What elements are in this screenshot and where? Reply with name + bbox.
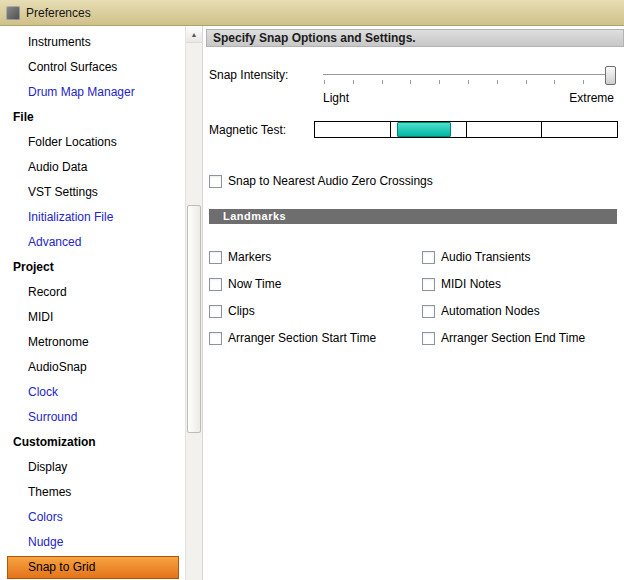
clips-checkbox[interactable] [209,305,222,318]
slider-labels: Light Extreme [323,91,614,105]
snap-to-grid-panel: Specify Snap Options and Settings. Snap … [203,26,624,580]
snap-intensity-label: Snap Intensity: [209,65,321,111]
slider-max-label: Extreme [569,91,614,105]
markers-checkbox[interactable] [209,251,222,264]
midi-notes-checkbox[interactable] [422,278,435,291]
magnetic-test-fill [397,122,451,137]
slider-thumb[interactable] [605,66,616,85]
zero-crossings-checkbox[interactable] [209,175,222,188]
arranger-section-start-time-checkbox[interactable] [209,332,222,345]
landmark-option-audio-transients[interactable]: Audio Transients [422,250,624,264]
checkbox-label: Markers [228,250,271,264]
sidebar-item-instruments[interactable]: Instruments [0,30,186,55]
title-bar: Preferences [0,0,624,26]
sidebar-item-surround[interactable]: Surround [0,405,186,430]
arranger-section-end-time-checkbox[interactable] [422,332,435,345]
sidebar-item-control-surfaces[interactable]: Control Surfaces [0,55,186,80]
landmarks-grid: MarkersAudio TransientsNow TimeMIDI Note… [209,250,624,345]
checkbox-label: Arranger Section End Time [441,331,585,345]
snap-intensity-slider[interactable]: Light Extreme [321,65,616,111]
slider-tick [583,80,584,84]
slider-track[interactable] [323,74,614,76]
magnetic-test-row: Magnetic Test: [209,121,624,138]
sidebar-item-vst-settings[interactable]: VST Settings [0,180,186,205]
slider-tick [353,80,354,84]
magnetic-test-segment-2 [391,122,467,137]
landmark-option-arranger-section-end-time[interactable]: Arranger Section End Time [422,331,624,345]
preferences-dialog: InstrumentsControl SurfacesDrum Map Mana… [0,26,624,580]
snap-intensity-row: Snap Intensity: Light Extreme [209,65,624,111]
sidebar-item-display[interactable]: Display [0,455,186,480]
landmark-option-arranger-section-start-time[interactable]: Arranger Section Start Time [209,331,422,345]
sidebar-item-nudge[interactable]: Nudge [0,530,186,555]
landmark-option-automation-nodes[interactable]: Automation Nodes [422,304,624,318]
checkbox-label: Arranger Section Start Time [228,331,376,345]
magnetic-test-segment-3 [467,122,543,137]
automation-nodes-checkbox[interactable] [422,305,435,318]
magnetic-test-segment-4 [542,122,617,137]
checkbox-label: Now Time [228,277,281,291]
landmark-option-midi-notes[interactable]: MIDI Notes [422,277,624,291]
landmark-option-now-time[interactable]: Now Time [209,277,422,291]
magnetic-test-label: Magnetic Test: [209,121,314,138]
magnetic-test-segment-1 [315,122,391,137]
panel-header: Specify Snap Options and Settings. [206,29,624,47]
sidebar-item-themes[interactable]: Themes [0,480,186,505]
sidebar-item-advanced[interactable]: Advanced [0,230,186,255]
sidebar-item-audio-data[interactable]: Audio Data [0,155,186,180]
magnetic-test-bar [314,121,618,138]
slider-min-label: Light [323,91,349,105]
slider-tick [410,80,411,84]
preferences-sidebar: InstrumentsControl SurfacesDrum Map Mana… [0,26,203,580]
sidebar-item-record[interactable]: Record [0,280,186,305]
sidebar-item-clock[interactable]: Clock [0,380,186,405]
sidebar-scrollbar[interactable]: ▲ [185,26,202,580]
sidebar-item-snap-to-grid[interactable]: Snap to Grid [7,556,179,579]
landmark-option-clips[interactable]: Clips [209,304,422,318]
landmarks-section-header: Landmarks [209,209,617,224]
slider-tick [497,80,498,84]
sidebar-list: InstrumentsControl SurfacesDrum Map Mana… [0,26,186,579]
checkbox-label: Automation Nodes [441,304,540,318]
sidebar-item-folder-locations[interactable]: Folder Locations [0,130,186,155]
scroll-up-button[interactable]: ▲ [186,26,202,43]
landmark-option-markers[interactable]: Markers [209,250,422,264]
sidebar-item-metronome[interactable]: Metronome [0,330,186,355]
slider-tick [382,80,383,84]
sidebar-item-drum-map-manager[interactable]: Drum Map Manager [0,80,186,105]
app-icon [6,6,20,20]
sidebar-item-initialization-file[interactable]: Initialization File [0,205,186,230]
scrollbar-thumb[interactable] [187,205,201,433]
slider-tick [554,80,555,84]
slider-tick [324,80,325,84]
checkbox-label: Audio Transients [441,250,530,264]
sidebar-item-customization: Customization [0,430,186,455]
zero-crossings-option[interactable]: Snap to Nearest Audio Zero Crossings [209,174,624,188]
audio-transients-checkbox[interactable] [422,251,435,264]
checkbox-label: MIDI Notes [441,277,501,291]
sidebar-item-audiosnap[interactable]: AudioSnap [0,355,186,380]
slider-tick [526,80,527,84]
slider-tick [439,80,440,84]
window-title: Preferences [26,6,91,20]
sidebar-item-colors[interactable]: Colors [0,505,186,530]
now-time-checkbox[interactable] [209,278,222,291]
slider-tick [468,80,469,84]
checkbox-label: Clips [228,304,255,318]
slider-ticks [324,80,613,84]
zero-crossings-label: Snap to Nearest Audio Zero Crossings [228,174,433,188]
sidebar-item-project: Project [0,255,186,280]
sidebar-item-file: File [0,105,186,130]
sidebar-item-midi[interactable]: MIDI [0,305,186,330]
